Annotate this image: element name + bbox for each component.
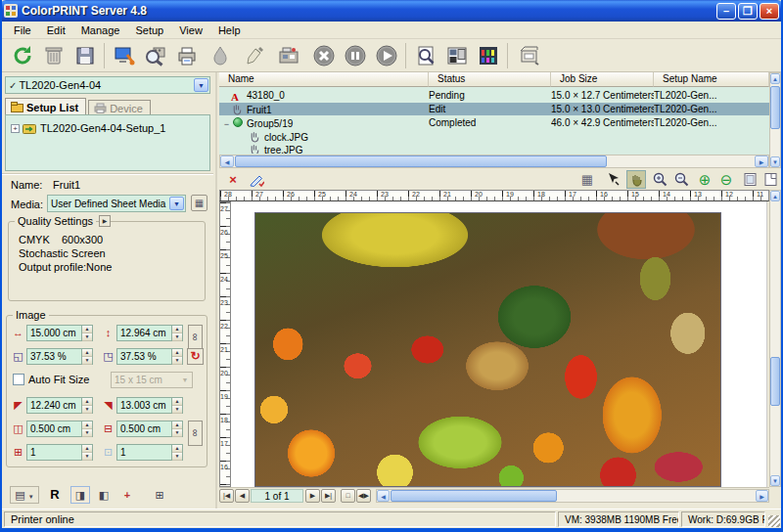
col-size[interactable]: Job Size — [551, 72, 654, 87]
copies-y-field[interactable]: 1 ▲▼ — [116, 444, 183, 461]
print-job-icon[interactable] — [172, 41, 202, 70]
menu-help[interactable]: Help — [210, 22, 249, 38]
gap-x-field[interactable]: 0.500 cm ▲▼ — [26, 421, 93, 437]
scroll-left-icon[interactable]: ◀ — [220, 155, 234, 167]
fit-width-view-icon[interactable]: ◀▶ — [356, 489, 371, 503]
copies-y-spinner[interactable]: ▲▼ — [171, 445, 182, 460]
fit-selection-icon[interactable] — [760, 170, 780, 189]
tile-view-icon[interactable]: ▦ — [577, 170, 597, 189]
menu-edit[interactable]: Edit — [39, 22, 73, 38]
menu-view[interactable]: View — [171, 22, 210, 38]
tab-device[interactable]: Device — [88, 100, 151, 114]
single-page-view-icon[interactable]: □ — [341, 489, 355, 503]
scroll-up-icon[interactable]: ▲ — [770, 191, 780, 201]
media-select[interactable]: User Defined Sheet Media ▼ — [47, 195, 186, 212]
nest-split-button[interactable]: ▤ ▼ — [10, 486, 39, 504]
width-field[interactable]: 15.000 cm ▲▼ — [26, 325, 93, 341]
pos-x-spinner[interactable]: ▲▼ — [81, 398, 92, 413]
device-manager-icon[interactable] — [274, 41, 303, 70]
ink-drop-icon[interactable] — [206, 41, 235, 70]
rotate-button[interactable]: ↻ — [187, 348, 204, 365]
preview-vscrollbar[interactable]: ▲ ▼ — [769, 190, 781, 487]
scroll-up-icon[interactable]: ▲ — [770, 73, 780, 84]
preview-hscrollbar[interactable]: ◀ ▶ — [376, 489, 769, 503]
job-row-tree[interactable]: tree.JPG — [219, 144, 769, 154]
height-scale-spinner[interactable]: ▲▼ — [171, 349, 182, 364]
pos-y-field[interactable]: 13.003 cm ▲▼ — [116, 397, 183, 414]
save-job-icon[interactable] — [70, 41, 100, 70]
zoom-out-icon[interactable] — [671, 170, 691, 189]
align-center-button[interactable]: + — [117, 486, 137, 504]
job-row-clock[interactable]: clock.JPG — [219, 130, 769, 143]
menu-setup[interactable]: Setup — [127, 22, 171, 38]
job-row-fruit1[interactable]: Fruit1 Edit 15.0 × 13.0 Centimeters TL20… — [219, 103, 769, 115]
job-vscrollbar[interactable]: ▲ ▼ — [769, 72, 781, 168]
scroll-thumb[interactable] — [770, 357, 780, 406]
rotate-label[interactable]: R — [47, 486, 63, 504]
maximize-button[interactable]: ❐ — [738, 3, 758, 20]
preview-window-icon[interactable] — [411, 41, 440, 70]
zoom-in-step-icon[interactable]: ⊕ — [695, 170, 714, 189]
job-row-43180[interactable]: A43180_0 Pending 15.0 × 12.7 Centimeters… — [219, 89, 769, 102]
zoom-in-icon[interactable] — [650, 170, 669, 189]
pos-y-spinner[interactable]: ▲▼ — [171, 398, 182, 413]
scroll-thumb[interactable] — [235, 155, 607, 167]
scroll-down-icon[interactable]: ▼ — [770, 475, 780, 486]
chevron-down-icon[interactable]: ▼ — [194, 78, 208, 92]
layout-manager-icon[interactable] — [442, 41, 472, 70]
title-bar[interactable]: ColorPRINT Server 4.8 – ❐ × — [0, 0, 783, 22]
last-page-button[interactable]: ▶| — [321, 489, 336, 503]
chevron-down-icon[interactable]: ▼ — [169, 197, 184, 210]
delete-selection-icon[interactable]: × — [223, 170, 243, 189]
scroll-thumb[interactable] — [391, 490, 557, 502]
scroll-thumb[interactable] — [770, 86, 780, 129]
scroll-right-icon[interactable]: ▶ — [755, 155, 768, 167]
media-settings-button[interactable]: ▦ — [191, 195, 207, 211]
tree-expander-icon[interactable]: + — [11, 124, 20, 133]
start-job-icon[interactable] — [372, 41, 401, 70]
copies-x-field[interactable]: 1 ▲▼ — [26, 444, 93, 461]
job-row-group[interactable]: −Group5/19 Completed 46.0 × 42.9 Centime… — [219, 116, 769, 129]
rip-refresh-icon[interactable] — [8, 41, 37, 70]
fit-page-icon[interactable] — [740, 170, 760, 189]
gap-y-field[interactable]: 0.500 cm ▲▼ — [116, 421, 183, 437]
link-size-button[interactable]: ∞ — [188, 325, 203, 350]
copies-x-spinner[interactable]: ▲▼ — [81, 445, 92, 460]
width-scale-field[interactable]: 37.53 % ▲▼ — [26, 348, 93, 365]
printer-setup-icon[interactable] — [110, 41, 139, 70]
printer-select[interactable]: ✓ TL2020-Gen4-04 ▼ — [5, 76, 210, 94]
hand-pan-icon[interactable] — [626, 170, 646, 189]
tab-setup-list[interactable]: Setup List — [5, 98, 86, 114]
scroll-right-icon[interactable]: ▶ — [756, 490, 768, 502]
group-expander-icon[interactable]: − — [222, 119, 231, 129]
pos-x-field[interactable]: 12.240 cm ▲▼ — [26, 397, 93, 414]
height-scale-field[interactable]: 37.53 % ▲▼ — [116, 348, 183, 365]
print-queue-icon[interactable] — [515, 41, 544, 70]
manual-nest-icon[interactable] — [241, 41, 270, 70]
menu-manage[interactable]: Manage — [73, 22, 128, 38]
align-page-button[interactable]: ◨ — [70, 486, 90, 504]
fruit-image[interactable] — [254, 212, 721, 487]
job-hscrollbar[interactable]: ◀ ▶ — [219, 155, 769, 168]
scroll-down-icon[interactable]: ▼ — [770, 156, 780, 167]
close-button[interactable]: × — [760, 3, 779, 20]
resize-grip[interactable] — [768, 515, 780, 527]
auto-fit-checkbox[interactable] — [13, 374, 24, 385]
rip-preview-icon[interactable] — [141, 41, 170, 70]
quality-expand-button[interactable]: ▶ — [99, 215, 111, 227]
col-status[interactable]: Status — [429, 72, 551, 87]
next-page-button[interactable]: ▶ — [305, 489, 320, 503]
width-scale-spinner[interactable]: ▲▼ — [81, 349, 92, 364]
width-spinner[interactable]: ▲▼ — [81, 326, 92, 340]
height-spinner[interactable]: ▲▼ — [171, 326, 182, 340]
first-page-button[interactable]: |◀ — [219, 489, 234, 503]
col-setup[interactable]: Setup Name — [654, 72, 769, 87]
pointer-move-icon[interactable] — [603, 170, 622, 189]
ink-levels-icon[interactable] — [474, 41, 503, 70]
abort-job-icon[interactable] — [309, 41, 339, 70]
col-name[interactable]: Name — [219, 72, 429, 87]
align-object-button[interactable]: ◧ — [94, 486, 114, 504]
zoom-out-step-icon[interactable]: ⊖ — [716, 170, 736, 189]
layout-pages-button[interactable]: ⊞ — [149, 486, 170, 504]
minimize-button[interactable]: – — [716, 3, 736, 20]
